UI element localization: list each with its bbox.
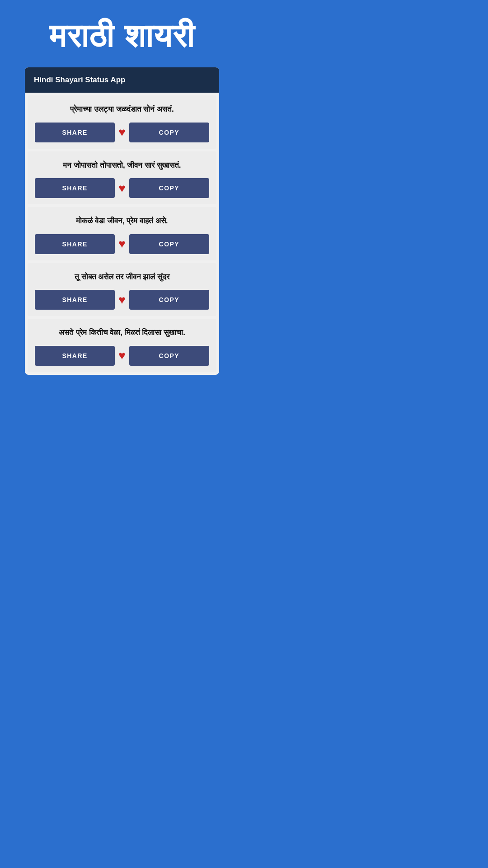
share-button[interactable]: SHARE (35, 346, 115, 366)
shayari-text: मन जोपासतो तोपासतो, जीवन सारं सुखासतं. (35, 160, 209, 171)
shayari-item: प्रेमाच्या उलट्या जळदंडात सोनं असतं. SHA… (28, 95, 216, 149)
shayari-text: मोकळं वेडा जीवन, प्रेम वाहतं असे. (35, 215, 209, 227)
copy-button[interactable]: COPY (129, 346, 209, 366)
shayari-item: तू सोबत असेल तर जीवन झालं सुंदर SHARE ♥ … (28, 263, 216, 316)
shayari-actions: SHARE ♥ COPY (35, 234, 209, 254)
app-title: मराठी शायरी (40, 0, 204, 67)
heart-icon[interactable]: ♥ (118, 181, 125, 195)
copy-button[interactable]: COPY (129, 290, 209, 310)
shayari-list: प्रेमाच्या उलट्या जळदंडात सोनं असतं. SHA… (25, 95, 219, 372)
shayari-item: असते प्रेम कितीच वेळा, मिळतं दिलासा सुखा… (28, 319, 216, 372)
share-button[interactable]: SHARE (35, 290, 115, 310)
share-button[interactable]: SHARE (35, 178, 115, 198)
share-button[interactable]: SHARE (35, 234, 115, 254)
share-button[interactable]: SHARE (35, 123, 115, 142)
card-header: Hindi Shayari Status App (25, 67, 219, 93)
card-container: Hindi Shayari Status App प्रेमाच्या उलट्… (25, 67, 219, 375)
shayari-text: तू सोबत असेल तर जीवन झालं सुंदर (35, 271, 209, 283)
shayari-text: असते प्रेम कितीच वेळा, मिळतं दिलासा सुखा… (35, 327, 209, 339)
shayari-item: मोकळं वेडा जीवन, प्रेम वाहतं असे. SHARE … (28, 207, 216, 260)
shayari-item: मन जोपासतो तोपासतो, जीवन सारं सुखासतं. S… (28, 151, 216, 205)
shayari-actions: SHARE ♥ COPY (35, 346, 209, 366)
copy-button[interactable]: COPY (129, 178, 209, 198)
shayari-text: प्रेमाच्या उलट्या जळदंडात सोनं असतं. (35, 104, 209, 115)
shayari-actions: SHARE ♥ COPY (35, 290, 209, 310)
heart-icon[interactable]: ♥ (118, 237, 125, 251)
shayari-actions: SHARE ♥ COPY (35, 123, 209, 142)
heart-icon[interactable]: ♥ (118, 349, 125, 363)
shayari-actions: SHARE ♥ COPY (35, 178, 209, 198)
copy-button[interactable]: COPY (129, 234, 209, 254)
heart-icon[interactable]: ♥ (118, 125, 125, 139)
heart-icon[interactable]: ♥ (118, 293, 125, 307)
copy-button[interactable]: COPY (129, 123, 209, 142)
